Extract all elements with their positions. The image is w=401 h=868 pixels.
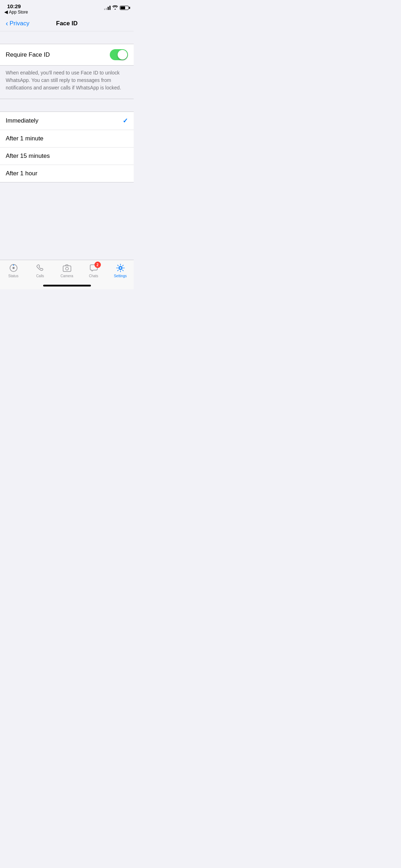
tab-chats-label: Chats [89, 274, 98, 278]
option-1-hour-label: After 1 hour [6, 170, 37, 177]
svg-point-2 [13, 265, 14, 266]
option-immediately[interactable]: Immediately ✓ [0, 112, 134, 130]
calls-tab-icon [35, 263, 45, 273]
status-time: 10:29 [7, 4, 21, 9]
tab-calls[interactable]: Calls [27, 263, 53, 278]
description-section: When enabled, you'll need to use Face ID… [0, 66, 134, 99]
option-1-minute-label: After 1 minute [6, 135, 43, 142]
navigation-header: ‹ Privacy Face ID [0, 16, 134, 31]
svg-point-1 [12, 267, 15, 269]
tab-settings-label: Settings [114, 274, 127, 278]
require-faceid-label: Require Face ID [6, 51, 50, 58]
option-immediately-label: Immediately [6, 117, 38, 124]
tab-status-label: Status [8, 274, 18, 278]
lock-options-section: Immediately ✓ After 1 minute After 15 mi… [0, 112, 134, 182]
require-faceid-toggle[interactable] [110, 49, 128, 60]
description-text: When enabled, you'll need to use Face ID… [6, 69, 128, 92]
tab-status[interactable]: Status [0, 263, 27, 278]
app-store-label: App Store [9, 10, 28, 15]
status-tab-icon [9, 263, 19, 273]
svg-rect-3 [63, 266, 71, 272]
chats-badge: 2 [94, 262, 101, 268]
top-divider [0, 31, 134, 44]
require-faceid-row: Require Face ID [0, 44, 134, 65]
tab-camera[interactable]: Camera [53, 263, 80, 278]
status-bar: 10:29 ◀ App Store [0, 0, 134, 16]
back-button[interactable]: ‹ Privacy [6, 20, 29, 27]
camera-tab-icon [62, 263, 72, 273]
option-1-hour[interactable]: After 1 hour [0, 165, 134, 182]
tab-calls-label: Calls [36, 274, 44, 278]
option-immediately-check: ✓ [123, 117, 128, 125]
tab-camera-label: Camera [61, 274, 73, 278]
svg-point-4 [66, 267, 68, 270]
app-store-back[interactable]: ◀ App Store [4, 9, 28, 15]
option-1-minute[interactable]: After 1 minute [0, 130, 134, 147]
settings-tab-icon [115, 263, 125, 273]
signal-icon [104, 6, 110, 10]
page-title: Face ID [56, 20, 77, 27]
chats-tab-icon: 2 [89, 263, 99, 273]
battery-icon [120, 6, 129, 10]
toggle-knob [118, 50, 127, 60]
wifi-icon [112, 5, 118, 11]
status-icons [104, 5, 129, 11]
option-15-minutes[interactable]: After 15 minutes [0, 147, 134, 165]
svg-point-5 [119, 267, 122, 269]
back-chevron-icon: ‹ [6, 20, 8, 27]
tab-chats[interactable]: 2 Chats [80, 263, 107, 278]
option-15-minutes-label: After 15 minutes [6, 153, 50, 160]
home-indicator [43, 285, 91, 286]
tab-settings[interactable]: Settings [107, 263, 134, 278]
back-label: Privacy [10, 20, 30, 27]
require-faceid-section: Require Face ID [0, 44, 134, 66]
